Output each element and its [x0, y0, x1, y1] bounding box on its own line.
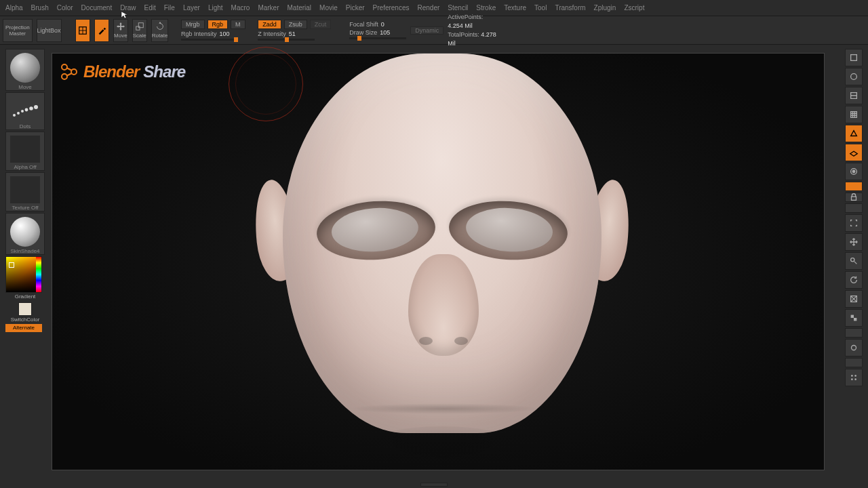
spix-button[interactable]	[845, 49, 863, 66]
mrgb-button[interactable]: Mrgb	[181, 20, 205, 29]
menu-draw[interactable]: Draw	[120, 4, 136, 12]
zcut-button[interactable]: Zcut	[310, 20, 332, 29]
menu-tool[interactable]: Tool	[534, 4, 547, 12]
m-button[interactable]: M	[231, 20, 245, 29]
zadd-button[interactable]: Zadd	[258, 20, 281, 29]
svg-rect-13	[852, 197, 856, 200]
menu-marker[interactable]: Marker	[258, 4, 279, 12]
actual-button[interactable]	[845, 68, 863, 85]
move-icon	[116, 22, 125, 31]
draw-mode-button[interactable]	[94, 19, 109, 42]
menu-file[interactable]: File	[164, 4, 175, 12]
menu-material[interactable]: Material	[288, 4, 312, 12]
menu-layer[interactable]: Layer	[183, 4, 200, 12]
menu-alpha[interactable]: Alpha	[5, 4, 23, 12]
menu-render[interactable]: Render	[418, 4, 440, 12]
texture-selector[interactable]: Texture Off	[5, 172, 45, 211]
brush-selector[interactable]: Move	[5, 49, 45, 91]
nav-move-button[interactable]	[845, 233, 863, 251]
local-button[interactable]	[845, 163, 863, 180]
move-mode-button[interactable]: Move	[113, 19, 128, 42]
menu-transform[interactable]: Transform	[555, 4, 585, 12]
dynamic-button[interactable]: Dynamic	[410, 26, 443, 35]
menu-bar: Alpha Brush Color Document Draw Edit Fil…	[0, 0, 868, 16]
svg-rect-2	[138, 23, 143, 28]
nav-rotate-button[interactable]	[845, 271, 863, 289]
svg-point-8	[34, 105, 38, 109]
top-toolbar: ProjectionMaster LightBox Move Scale Rot…	[0, 16, 868, 45]
lightbox-button[interactable]: LightBox	[37, 19, 62, 42]
zsub-button[interactable]: Zsub	[284, 20, 307, 29]
rotate-mode-button[interactable]: Rotate	[151, 19, 169, 42]
menu-stencil[interactable]: Stencil	[448, 4, 468, 12]
menu-picker[interactable]: Picker	[346, 4, 365, 12]
ghost-button[interactable]	[845, 328, 863, 338]
stroke-dots-icon	[10, 99, 40, 123]
alpha-selector[interactable]: Alpha Off	[5, 131, 45, 171]
svg-point-11	[852, 170, 855, 173]
menu-light[interactable]: Light	[208, 4, 223, 12]
point-stats: ActivePoints: 4.254 Mil TotalPoints: 4.2…	[448, 13, 499, 48]
rotate-icon	[155, 22, 165, 31]
secondary-color-swatch[interactable]	[18, 302, 32, 316]
svg-rect-9	[851, 55, 857, 61]
projection-master-button[interactable]: ProjectionMaster	[3, 19, 33, 42]
svg-point-14	[851, 258, 854, 262]
persp-button[interactable]	[845, 125, 863, 142]
svg-rect-16	[851, 315, 854, 318]
svg-point-21	[851, 378, 853, 380]
menu-brush[interactable]: Brush	[31, 4, 49, 12]
draw-size-slider[interactable]: Draw Size 105	[349, 29, 406, 39]
bottom-tray-handle[interactable]	[420, 483, 448, 487]
draw-icon	[97, 26, 106, 35]
nav-scale-button[interactable]	[845, 252, 863, 270]
color-gradient-icon[interactable]	[5, 256, 42, 293]
polyf-button[interactable]	[845, 290, 863, 308]
z-intensity-slider[interactable]: Z Intensity 51	[258, 30, 331, 41]
menu-document[interactable]: Document	[81, 4, 113, 12]
frame-button[interactable]	[845, 214, 863, 232]
switch-color-button[interactable]: SwitchColor	[5, 317, 45, 323]
svg-point-5	[21, 110, 24, 113]
viewport-canvas[interactable]: BlenderShare	[52, 53, 825, 470]
menu-edit[interactable]: Edit	[144, 4, 156, 12]
logo-icon	[59, 62, 79, 82]
watermark-logo: BlenderShare	[59, 62, 185, 82]
xyz-button[interactable]	[845, 358, 863, 367]
focal-shift-slider[interactable]: Focal Shift 0	[349, 21, 406, 28]
menu-color[interactable]: Color	[57, 4, 73, 12]
hue-strip[interactable]	[36, 257, 41, 292]
transp-button[interactable]	[845, 309, 863, 327]
gradient-label: Gradient	[5, 293, 45, 300]
xpose-button[interactable]	[845, 203, 863, 213]
scale-icon	[135, 22, 144, 31]
floor-button[interactable]	[845, 144, 863, 161]
menu-zscript[interactable]: Zscript	[624, 4, 644, 12]
edit-mode-button[interactable]	[75, 19, 90, 42]
rgb-group: Mrgb Rgb M Rgb Intensity 100	[181, 20, 245, 41]
edit-icon	[78, 26, 87, 35]
stroke-selector[interactable]: Dots	[5, 92, 45, 130]
lsym-button[interactable]	[845, 182, 863, 191]
menu-stroke[interactable]: Stroke	[476, 4, 496, 12]
menu-macro[interactable]: Macro	[231, 4, 250, 12]
lock-button[interactable]	[845, 192, 863, 202]
scale-mode-button[interactable]: Scale	[132, 19, 147, 42]
svg-point-4	[17, 112, 20, 115]
svg-point-18	[852, 346, 856, 350]
aahalf-button[interactable]	[845, 87, 863, 104]
rgb-button[interactable]: Rgb	[208, 20, 229, 29]
right-palette	[845, 49, 864, 386]
material-selector[interactable]: SkinShade4	[5, 213, 45, 255]
color-picker[interactable]: Gradient SwitchColor Alternate	[5, 256, 45, 332]
menu-preferences[interactable]: Preferences	[373, 4, 410, 12]
alternate-button[interactable]: Alternate	[5, 324, 42, 332]
grid-button[interactable]	[845, 106, 863, 123]
solo-button[interactable]	[845, 339, 863, 357]
menu-zplugin[interactable]: Zplugin	[594, 4, 616, 12]
all-button[interactable]	[845, 369, 863, 386]
menu-movie[interactable]: Movie	[319, 4, 338, 12]
svg-point-22	[854, 378, 856, 380]
menu-texture[interactable]: Texture	[504, 4, 526, 12]
rgb-intensity-slider[interactable]: Rgb Intensity 100	[181, 30, 245, 41]
